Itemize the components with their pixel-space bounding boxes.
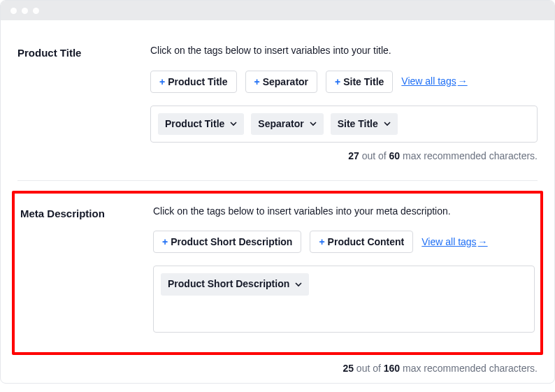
view-all-tags-link[interactable]: View all tags → <box>421 235 487 249</box>
count-max: 60 <box>389 150 401 161</box>
section-product-title: Product Title Click on the tags below to… <box>17 37 538 176</box>
helper-text-meta: Click on the tags below to insert variab… <box>153 205 535 219</box>
count-text: out of <box>354 363 384 374</box>
tag-button-product-content[interactable]: + Product Content <box>310 231 413 253</box>
count-max: 160 <box>384 363 400 374</box>
section-meta-description: Meta Description Click on the tags below… <box>20 198 535 346</box>
section-body-product-title: Click on the tags below to insert variab… <box>150 44 538 164</box>
chip-product-title[interactable]: Product Title <box>158 113 244 136</box>
plus-icon: + <box>254 76 260 87</box>
plus-icon: + <box>319 236 324 247</box>
settings-content: Product Title Click on the tags below to… <box>1 20 554 383</box>
view-all-tags-link[interactable]: View all tags → <box>401 75 467 89</box>
plus-icon: + <box>159 76 165 87</box>
character-counter-meta: 25 out of 160 max recommended characters… <box>17 362 538 376</box>
count-current: 27 <box>348 150 359 161</box>
tag-row-meta: + Product Short Description + Product Co… <box>153 231 535 253</box>
tag-button-label: Product Short Description <box>171 236 292 247</box>
window-dot <box>22 8 28 14</box>
tag-button-site-title[interactable]: + Site Title <box>326 71 393 93</box>
chip-label: Product Title <box>165 117 224 131</box>
window-title-bar <box>1 1 554 20</box>
plus-icon: + <box>335 76 340 87</box>
section-body-meta-description: Click on the tags below to insert variab… <box>153 205 535 333</box>
tag-row-title: + Product Title + Separator + Site Title… <box>150 71 538 93</box>
arrow-right-icon: → <box>478 235 488 249</box>
window-dot <box>33 8 39 14</box>
count-current: 25 <box>343 363 354 374</box>
tag-button-label: Site Title <box>343 76 384 87</box>
tag-button-label: Product Content <box>328 236 405 247</box>
chevron-down-icon <box>295 281 302 288</box>
chip-label: Separator <box>258 117 303 131</box>
plus-icon: + <box>162 236 168 247</box>
app-window: Product Title Click on the tags below to… <box>0 0 555 384</box>
tag-button-separator[interactable]: + Separator <box>245 71 318 93</box>
title-template-input[interactable]: Product Title Separator Site Title <box>150 106 538 143</box>
count-text: out of <box>359 150 389 161</box>
link-label: View all tags <box>401 75 456 89</box>
chip-product-short-description[interactable]: Product Short Description <box>161 273 309 296</box>
chip-site-title[interactable]: Site Title <box>331 113 398 136</box>
chevron-down-icon <box>310 120 317 127</box>
link-label: View all tags <box>421 235 476 249</box>
section-label-product-title: Product Title <box>17 44 150 60</box>
chevron-down-icon <box>384 120 391 127</box>
highlight-frame-meta: Meta Description Click on the tags below… <box>12 191 543 356</box>
tag-button-label: Separator <box>263 76 308 87</box>
chip-separator[interactable]: Separator <box>251 113 323 136</box>
chip-label: Site Title <box>338 117 378 131</box>
chip-label: Product Short Description <box>168 277 289 291</box>
chevron-down-icon <box>230 120 237 127</box>
character-counter-title: 27 out of 60 max recommended characters. <box>150 150 538 164</box>
tag-button-product-title[interactable]: + Product Title <box>150 71 237 93</box>
arrow-right-icon: → <box>458 75 468 89</box>
section-divider <box>17 180 538 181</box>
helper-text-title: Click on the tags below to insert variab… <box>150 44 538 58</box>
section-label-meta-description: Meta Description <box>20 205 153 221</box>
meta-template-input[interactable]: Product Short Description <box>153 266 535 333</box>
tag-button-label: Product Title <box>168 76 227 87</box>
tag-button-product-short-description[interactable]: + Product Short Description <box>153 231 301 253</box>
count-text: max recommended characters. <box>400 150 538 161</box>
window-dot <box>10 8 17 14</box>
count-text: max recommended characters. <box>400 363 538 374</box>
